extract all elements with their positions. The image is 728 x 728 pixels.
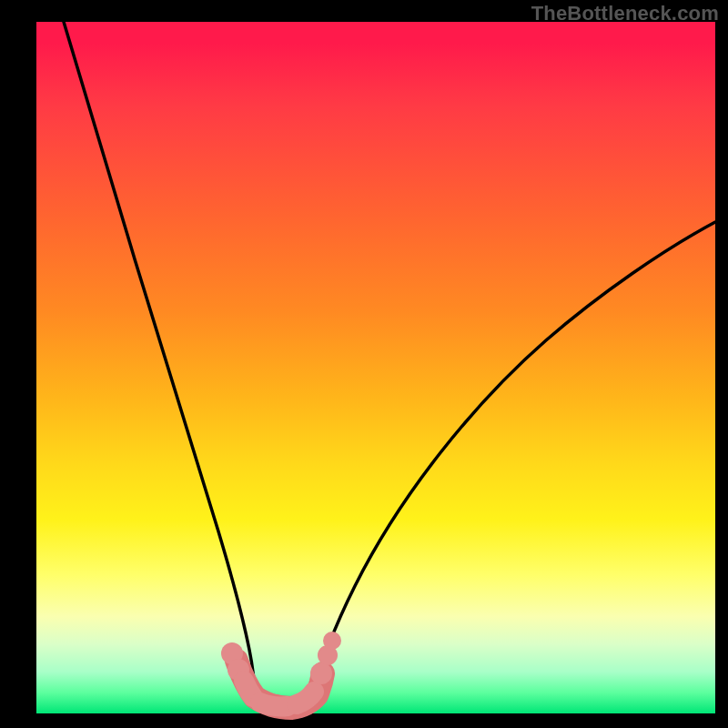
worm-annotation bbox=[221, 632, 341, 708]
worm-bead bbox=[323, 632, 341, 650]
worm-bead bbox=[310, 662, 332, 684]
worm-segment bbox=[297, 692, 314, 704]
worm-segment bbox=[244, 681, 253, 697]
chart-overlay bbox=[36, 22, 715, 713]
worm-segment bbox=[260, 703, 288, 707]
right-curve bbox=[311, 222, 715, 703]
left-curve bbox=[64, 22, 255, 699]
